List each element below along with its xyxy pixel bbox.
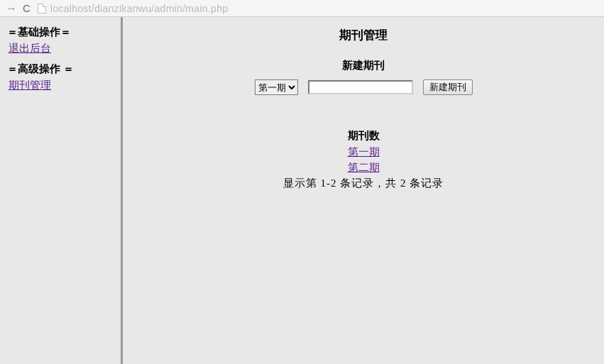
url-text: localhost/dianzikanwu/admin/main.php	[50, 3, 229, 14]
new-issue-title: 新建期刊	[123, 59, 604, 72]
sidebar-section-advanced: ＝高级操作 ＝	[7, 62, 114, 76]
issue-list-section: 期刊数 第一期 第二期 显示第 1-2 条记录，共 2 条记录	[123, 129, 604, 190]
sidebar: ＝基础操作＝ 退出后台 ＝高级操作 ＝ 期刊管理	[0, 17, 123, 364]
issue-link[interactable]: 第二期	[123, 160, 604, 175]
pagination-info: 显示第 1-2 条记录，共 2 条记录	[123, 177, 604, 190]
page-icon	[38, 4, 46, 13]
page-title: 期刊管理	[123, 27, 604, 43]
issue-count-title: 期刊数	[123, 129, 604, 143]
sidebar-link-journal-manage[interactable]: 期刊管理	[9, 79, 114, 92]
issue-link[interactable]: 第一期	[123, 144, 604, 160]
create-issue-button[interactable]: 新建期刊	[423, 79, 473, 95]
main-content: 期刊管理 新建期刊 第一期 新建期刊 期刊数 第一期 第二期 显示第 1-2 条…	[123, 17, 604, 364]
frame-container: ＝基础操作＝ 退出后台 ＝高级操作 ＝ 期刊管理 期刊管理 新建期刊 第一期 新…	[0, 17, 604, 364]
issue-select[interactable]: 第一期	[255, 79, 298, 95]
sidebar-section-basic: ＝基础操作＝	[7, 26, 114, 39]
sidebar-link-logout[interactable]: 退出后台	[9, 42, 114, 55]
issue-name-input[interactable]	[308, 80, 413, 94]
nav-forward-icon[interactable]: →	[6, 2, 17, 15]
browser-address-bar: → C localhost/dianzikanwu/admin/main.php	[0, 0, 604, 17]
reload-icon[interactable]: C	[23, 2, 31, 14]
new-issue-form: 第一期 新建期刊	[123, 79, 604, 95]
